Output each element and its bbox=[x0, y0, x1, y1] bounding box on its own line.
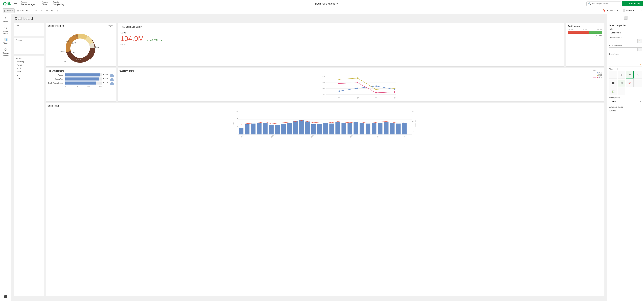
thumb-blank[interactable] bbox=[634, 79, 642, 87]
sheets-icon: ⬜ bbox=[622, 9, 625, 12]
sidebar-item-charts[interactable]: 📊 Charts bbox=[0, 37, 11, 46]
bookmarks-button[interactable]: 🔖 Bookmarks ▾ bbox=[602, 9, 620, 13]
region-item-germany[interactable]: Germany bbox=[16, 60, 43, 63]
app-logo[interactable]: Q lik bbox=[1, 1, 12, 7]
sidebar-item-fields[interactable]: ≡ Fields bbox=[0, 15, 11, 24]
thumb-barchart[interactable]: 📊 bbox=[609, 88, 617, 95]
y-14m: 14M bbox=[322, 76, 325, 78]
thumb-linechart[interactable]: 📈 bbox=[626, 79, 634, 87]
trend-yr-40: 40 bbox=[412, 121, 414, 122]
thumb-clock[interactable]: ⏱ bbox=[634, 71, 642, 79]
trend-bar-5 bbox=[263, 123, 268, 134]
bookmarks-label: Bookmarks bbox=[606, 10, 617, 12]
trend-y-2m: 2M bbox=[236, 126, 238, 127]
dashboard-title: Dashboard bbox=[14, 17, 604, 21]
trend-bar-19 bbox=[348, 123, 352, 134]
region-item-spain[interactable]: Spain bbox=[16, 70, 43, 73]
region-item-japan[interactable]: Japan bbox=[16, 63, 43, 66]
sales-label: Sales bbox=[120, 32, 562, 34]
trend-bar-6 bbox=[269, 125, 274, 134]
properties-toggle[interactable]: ☰ Properties bbox=[15, 9, 30, 13]
app-title-area: Beginner's tutorial ▾ bbox=[67, 2, 586, 5]
grid-spacing-select[interactable]: Wide Medium Narrow bbox=[609, 99, 642, 104]
paste-button[interactable]: ⎘ bbox=[50, 9, 54, 13]
region-item-usa[interactable]: USA bbox=[16, 77, 43, 80]
view-toggle-section: ⬚ Assets ☰ Properties bbox=[1, 9, 32, 13]
description-textarea[interactable] bbox=[610, 56, 642, 66]
thumb-image[interactable]: 🖼 bbox=[618, 79, 625, 87]
title-expression-fx-button[interactable]: fx bbox=[638, 39, 642, 43]
sheets-label: Sheets bbox=[626, 10, 632, 12]
dot-2013-q3 bbox=[376, 89, 377, 90]
delete-button[interactable]: 🗑 bbox=[55, 9, 60, 13]
sheet-navigation: ‹ › bbox=[637, 9, 643, 13]
y-12m: 12M bbox=[322, 82, 325, 84]
sheets-button[interactable]: ⬜ Sheets ▾ bbox=[621, 9, 635, 13]
nav-tab-narrate[interactable]: Narrate Storytelling bbox=[50, 0, 66, 8]
app-menu-dots[interactable]: ••• bbox=[12, 2, 18, 5]
region-filter-label: Region bbox=[16, 57, 43, 59]
sheets-arrow-icon: ▾ bbox=[633, 10, 634, 12]
done-editing-button[interactable]: ✓ Done editing bbox=[622, 1, 643, 6]
description-fx-button[interactable]: fx bbox=[640, 64, 641, 66]
redo-button[interactable]: ↪ bbox=[39, 9, 44, 13]
actions-item[interactable]: Actions bbox=[609, 109, 642, 113]
bar-value-paracel: 5.69M bbox=[103, 74, 108, 76]
bar-track-pagewave: 5.63M bbox=[65, 78, 102, 81]
thumb-blank2[interactable] bbox=[618, 88, 625, 95]
profit-margin-widget: Profit Margin -50.0% 0.0% 50.0% 41.3% bbox=[566, 23, 604, 67]
label-uk: UK bbox=[64, 61, 66, 62]
properties-panel: ⬜ Sheet properties Title Title expressio… bbox=[607, 14, 644, 301]
thumb-dark[interactable]: ⬛ bbox=[609, 79, 617, 87]
alternate-states-item[interactable]: Alternate states bbox=[609, 105, 642, 109]
trend-yr-50: 50 bbox=[412, 110, 414, 112]
legend-label-2013: 2013 bbox=[598, 74, 602, 76]
title-expression-input[interactable] bbox=[610, 39, 638, 43]
show-condition-fx-button[interactable]: fx bbox=[638, 48, 642, 52]
y-8m: 8M bbox=[323, 94, 325, 95]
trend-y-4m: 4M bbox=[236, 118, 238, 120]
prev-sheet-button[interactable]: ‹ bbox=[637, 9, 640, 13]
thumb-pie[interactable]: ◑ bbox=[618, 71, 625, 79]
legend-line-2013 bbox=[593, 75, 596, 75]
bar-row-paracel: Paracel 5.69M bbox=[48, 74, 102, 77]
right-scrollbar[interactable] bbox=[643, 14, 644, 301]
nav-tab-prepare-sub: Prepare bbox=[21, 1, 36, 3]
search-bar[interactable]: 🔍 bbox=[586, 2, 621, 6]
quarter-filter-label: Quarter bbox=[16, 39, 43, 41]
assets-toggle[interactable]: ⬚ Assets bbox=[3, 9, 14, 13]
next-sheet-button[interactable]: › bbox=[640, 9, 643, 13]
trend-y-0: 0 bbox=[236, 133, 236, 135]
region-item-uk[interactable]: UK bbox=[16, 74, 43, 77]
main-layout: ≡ Fields ⚇ Master items 📊 Charts ⬡ Custo… bbox=[0, 14, 644, 301]
thumb-number-1[interactable]: #1 bbox=[626, 71, 634, 79]
thumb-pie-icon: ◑ bbox=[620, 73, 622, 76]
nav-tab-analyze-main: Sheet bbox=[42, 3, 48, 6]
sidebar-item-custom-objects[interactable]: ⬡ Custom objects bbox=[0, 46, 11, 57]
quarterly-chart-svg: 14M 12M 10M 8M Q1 Q2 Q3 Q4 bbox=[120, 74, 602, 100]
label-usa: USA bbox=[95, 46, 99, 48]
trend-bar-17 bbox=[336, 122, 340, 134]
nav-tab-analyze[interactable]: Analyze Sheet bbox=[39, 0, 50, 8]
app-title-arrow[interactable]: ▾ bbox=[336, 2, 338, 5]
trend-bar-13 bbox=[311, 124, 316, 134]
search-input[interactable] bbox=[592, 3, 619, 5]
nav-tab-prepare[interactable]: Prepare Data manager ▾ bbox=[18, 0, 39, 8]
show-condition-input[interactable] bbox=[610, 48, 638, 52]
copy-icon: ⧉ bbox=[46, 10, 48, 12]
thumb-sheet[interactable]: ⬚ bbox=[609, 71, 617, 79]
sales-per-region-title: Sales per Region bbox=[48, 25, 114, 27]
master-items-icon: ⚇ bbox=[4, 26, 7, 30]
charts-main-area: Sales per Region Region bbox=[46, 23, 604, 296]
sidebar-item-master-items[interactable]: ⚇ Master items bbox=[0, 25, 11, 36]
title-input[interactable] bbox=[609, 31, 642, 35]
sidebar-bottom-item[interactable]: ⬛ bbox=[0, 293, 11, 300]
thumb-1-label: #1 bbox=[629, 74, 631, 76]
undo-button[interactable]: ↩ bbox=[34, 9, 38, 13]
mini-bar bbox=[113, 80, 114, 81]
year-legend-label: Year 2012 2013 bbox=[593, 70, 602, 78]
trend-bar-20 bbox=[354, 122, 358, 134]
region-item-nordic[interactable]: Nordic bbox=[16, 67, 43, 70]
pct-usa: 45.5% bbox=[84, 52, 89, 54]
copy-button[interactable]: ⧉ bbox=[45, 9, 49, 13]
